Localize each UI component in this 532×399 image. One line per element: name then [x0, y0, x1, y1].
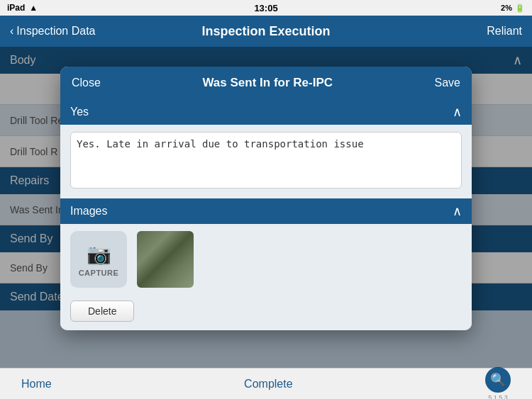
search-area: 🔍 5.1.5.3: [485, 367, 511, 400]
back-label: Inspection Data: [16, 25, 95, 38]
modal-close-button[interactable]: Close: [72, 77, 101, 89]
search-button[interactable]: 🔍: [485, 367, 511, 393]
status-left: iPad ▲: [7, 3, 38, 13]
nav-bar: ‹ Inspection Data Inspection Execution R…: [0, 16, 532, 47]
main-content: Body Drill Tool Rem Drill Tool R Repairs…: [0, 47, 532, 368]
capture-button[interactable]: 📷 CAPTURE: [70, 231, 127, 288]
nav-title: Inspection Execution: [201, 24, 330, 39]
notes-textarea[interactable]: [70, 132, 462, 189]
wifi-icon: ▲: [29, 3, 38, 13]
thumbnail-image: [137, 231, 194, 288]
status-bar: iPad ▲ 13:05 2% 🔋: [0, 0, 532, 16]
images-label: Images: [70, 205, 107, 218]
delete-button[interactable]: Delete: [70, 300, 134, 322]
modal-save-button[interactable]: Save: [435, 77, 460, 89]
battery-label: 2%: [501, 4, 512, 12]
images-area: 📷 CAPTURE: [60, 224, 472, 295]
capture-label: CAPTURE: [79, 269, 119, 277]
time-label: 13:05: [254, 3, 277, 13]
home-tab[interactable]: Home: [21, 378, 52, 390]
modal-overlay: Close Was Sent In for Re-IPC Save Yes Im…: [0, 47, 532, 368]
back-chevron-icon: ‹: [10, 25, 13, 38]
back-button[interactable]: ‹ Inspection Data: [10, 25, 96, 38]
image-thumbnail[interactable]: [137, 231, 194, 288]
tab-bar: Home Complete 🔍 5.1.5.3: [0, 368, 532, 399]
delete-row: Delete: [60, 295, 472, 330]
camera-icon: 📷: [87, 242, 111, 266]
yes-section-header: Yes: [60, 99, 472, 125]
nav-right-label: Reliant: [487, 25, 522, 38]
images-chevron-icon: [453, 203, 462, 219]
modal-title: Was Sent In for Re-IPC: [202, 76, 333, 90]
version-label: 5.1.5.3: [488, 394, 508, 400]
textarea-wrap: [60, 125, 472, 198]
battery-icon: 🔋: [515, 4, 525, 13]
status-right: 2% 🔋: [501, 4, 525, 13]
complete-tab[interactable]: Complete: [244, 378, 292, 390]
yes-label: Yes: [70, 106, 89, 118]
search-icon: 🔍: [490, 372, 506, 388]
carrier-label: iPad: [7, 3, 25, 13]
modal: Close Was Sent In for Re-IPC Save Yes Im…: [60, 67, 472, 330]
yes-chevron-icon: [453, 104, 462, 120]
modal-header: Close Was Sent In for Re-IPC Save: [60, 67, 472, 99]
images-section-header: Images: [60, 198, 472, 224]
